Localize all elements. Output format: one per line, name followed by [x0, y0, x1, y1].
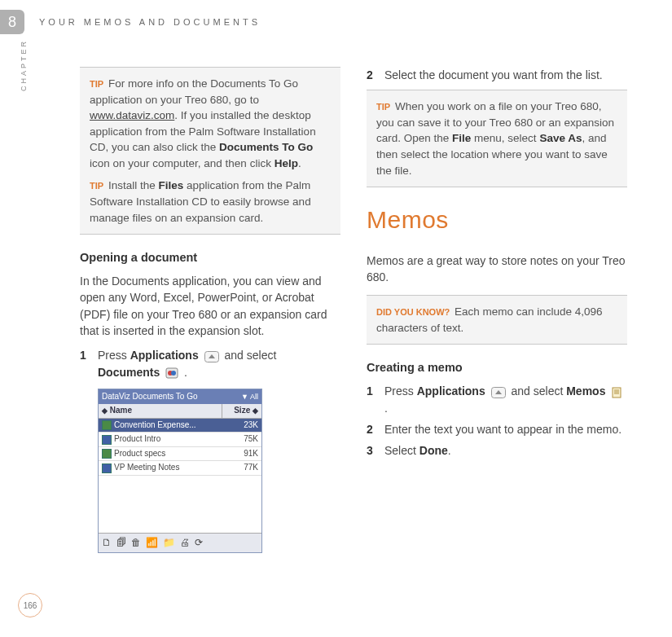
file-name: Convention Expense... [114, 420, 196, 432]
memos-label: Memos [566, 384, 605, 398]
screenshot-titlebar: DataViz Documents To Go ▼ All [99, 389, 261, 405]
step-number: 2 [367, 421, 384, 437]
page-number: 166 [18, 593, 42, 617]
step-number: 1 [80, 347, 98, 380]
step-item: 1 Press Applications and select Memos . [367, 383, 627, 416]
filetype-icon [102, 435, 112, 445]
file-name: VP Meeting Notes [114, 462, 179, 474]
filetype-icon [102, 463, 112, 473]
table-row: Product Intro75K [99, 433, 261, 447]
tip-label: TIP [376, 102, 390, 112]
tip-box-saveas: TIP When you work on a file on your Treo… [367, 90, 627, 187]
step-text: . [448, 444, 451, 457]
folder-icon: 📁 [163, 536, 175, 550]
filetype-icon [102, 420, 112, 430]
sync-icon: ⟳ [195, 536, 203, 550]
step-item: 3 Select Done. [367, 442, 627, 459]
file-menu-label: File [452, 132, 471, 144]
tip-text: Install the [108, 179, 159, 191]
step-number: 2 [367, 67, 384, 83]
filetype-icon [102, 449, 112, 459]
file-name: Product specs [114, 448, 165, 460]
dataviz-link[interactable]: www.dataviz.com [90, 109, 174, 121]
trash-icon: 🗑 [131, 536, 141, 550]
home-icon [204, 351, 219, 362]
file-size: 75K [222, 433, 261, 446]
save-as-label: Save As [539, 132, 582, 144]
opening-document-intro: In the Documents application, you can vi… [80, 273, 340, 339]
memos-app-icon [611, 387, 624, 398]
documents-screenshot: DataViz Documents To Go ▼ All ◆ Name Siz… [98, 389, 262, 553]
table-row: Convention Expense...23K [99, 419, 261, 433]
creating-memo-heading: Creating a memo [367, 359, 627, 376]
step-text: Select [384, 444, 419, 457]
tip-text: . [298, 157, 301, 169]
beam-icon: 📶 [146, 536, 158, 550]
did-you-know-box: DID YOU KNOW? Each memo can include 4,09… [367, 295, 627, 345]
page-header: 8 YOUR MEMOS AND DOCUMENTS [0, 0, 672, 34]
step-text: . [384, 402, 388, 415]
screenshot-header-row: ◆ Name Size ◆ [99, 404, 261, 419]
step-number: 3 [367, 442, 384, 459]
applications-label: Applications [417, 384, 485, 398]
documents-label: Documents [98, 366, 160, 379]
col-size: Size [234, 406, 250, 415]
left-column: TIP For more info on the Documents To Go… [80, 67, 340, 553]
step-text: and select [511, 384, 566, 398]
step-text: Press [98, 349, 130, 362]
step-text: . [181, 366, 187, 379]
table-row: Product specs91K [99, 447, 261, 462]
memos-intro: Memos are a great way to store notes on … [367, 253, 627, 286]
new-icon: 🗋 [102, 536, 112, 550]
documents-app-icon [165, 367, 178, 379]
step-text: and select [224, 349, 276, 362]
table-row: VP Meeting Notes77K [99, 461, 261, 476]
documents-to-go-label: Documents To Go [219, 141, 313, 153]
svg-rect-5 [613, 388, 621, 398]
help-label: Help [275, 157, 298, 169]
copy-icon: 🗐 [116, 536, 126, 550]
step-number: 1 [367, 383, 384, 416]
chapter-label-vertical: CHAPTER [20, 39, 28, 91]
chapter-number-badge: 8 [0, 10, 24, 34]
step-item: 1 Press Applications and select Document… [80, 347, 340, 380]
file-size: 77K [222, 461, 261, 475]
home-icon [491, 387, 506, 398]
step-text: Press [384, 384, 417, 398]
memos-section-title: Memos [367, 202, 627, 238]
screenshot-toolbar: 🗋 🗐 🗑 📶 📁 🖨 ⟳ [99, 533, 261, 552]
tip-text: menu, select [471, 132, 539, 144]
tip-box-documents: TIP For more info on the Documents To Go… [80, 67, 340, 235]
done-label: Done [419, 444, 448, 457]
col-name: Name [110, 406, 132, 415]
step-text: Select the document you want from the li… [384, 67, 603, 83]
applications-label: Applications [130, 349, 199, 362]
tip-label: TIP [90, 79, 103, 89]
tip-text: icon on your computer, and then click [90, 157, 275, 169]
screenshot-title: DataViz Documents To Go [102, 391, 197, 403]
did-you-know-label: DID YOU KNOW? [376, 307, 450, 317]
file-size: 23K [222, 419, 261, 433]
step-item: 2 Select the document you want from the … [367, 67, 627, 83]
tip-label: TIP [90, 181, 103, 191]
screenshot-filter: All [250, 393, 258, 401]
step-item: 2 Enter the text you want to appear in t… [367, 421, 627, 437]
files-label: Files [158, 179, 183, 191]
file-size: 91K [222, 447, 261, 461]
chapter-title: YOUR MEMOS AND DOCUMENTS [39, 17, 261, 27]
step-text: Enter the text you want to appear in the… [384, 421, 621, 437]
file-name: Product Intro [114, 433, 160, 446]
svg-point-3 [171, 371, 176, 376]
tip-text: For more info on the Documents To Go app… [90, 77, 298, 106]
right-column: 2 Select the document you want from the … [367, 67, 627, 553]
print-icon: 🖨 [180, 536, 190, 550]
opening-document-heading: Opening a document [80, 249, 340, 266]
